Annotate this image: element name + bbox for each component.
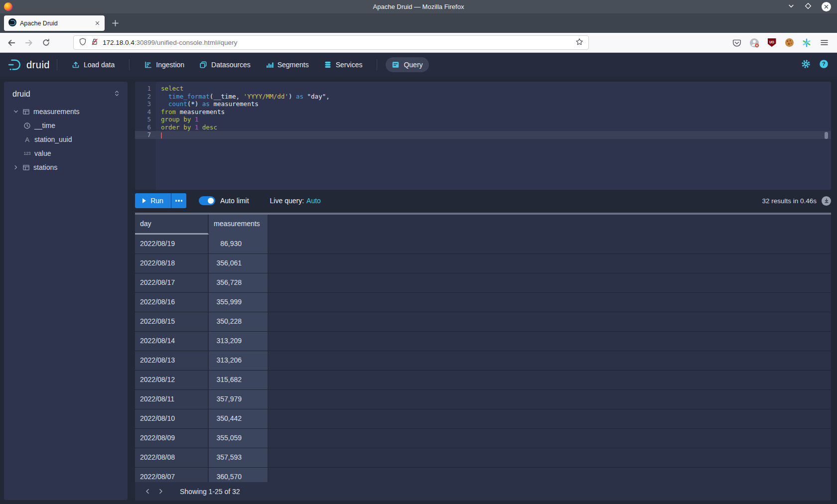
cell-measurements[interactable]: 313,209 xyxy=(209,332,269,351)
cell-measurements[interactable]: 315,682 xyxy=(209,371,269,389)
cell-day[interactable]: 2022/08/11 xyxy=(135,390,209,409)
menu-icon[interactable] xyxy=(819,38,829,48)
table-row[interactable]: 2022/08/11357,979 xyxy=(135,390,831,409)
cell-measurements[interactable]: 350,228 xyxy=(209,312,269,331)
editor-line-5[interactable]: 5group by 1 xyxy=(135,116,831,124)
cell-day[interactable]: 2022/08/12 xyxy=(135,371,209,389)
url-bar[interactable]: 172.18.0.4:30899/unified-console.html#qu… xyxy=(73,35,589,50)
window-maximize-icon[interactable] xyxy=(805,2,812,11)
table-row[interactable]: 2022/08/16355,999 xyxy=(135,293,831,312)
account-blocked-extension-icon[interactable] xyxy=(749,38,759,48)
editor-line-4[interactable]: 4from measurements xyxy=(135,108,831,116)
nav-item-services[interactable]: Services xyxy=(318,57,369,72)
cell-day[interactable]: 2022/08/14 xyxy=(135,332,209,351)
nav-item-query[interactable]: Query xyxy=(386,57,428,72)
back-icon[interactable] xyxy=(7,38,16,47)
cell-measurements[interactable]: 350,442 xyxy=(209,409,269,428)
cell-measurements[interactable]: 356,728 xyxy=(209,273,269,292)
column-header-day[interactable]: day xyxy=(135,215,209,235)
editor-scrollbar-thumb[interactable] xyxy=(825,132,828,139)
schema-name[interactable]: druid xyxy=(12,90,30,99)
editor-line-2[interactable]: 2 time_format(__time, 'YYYY/MM/dd') as "… xyxy=(135,93,831,101)
table-row[interactable]: 2022/08/10350,442 xyxy=(135,409,831,429)
cell-day[interactable]: 2022/08/09 xyxy=(135,429,209,448)
cell-day[interactable]: 2022/08/10 xyxy=(135,409,209,428)
nav-divider xyxy=(57,59,57,70)
chevron-down-icon[interactable] xyxy=(13,109,19,115)
new-tab-button[interactable] xyxy=(112,19,119,27)
live-query-label: Live query: xyxy=(270,197,304,205)
table-row[interactable]: 2022/08/14313,209 xyxy=(135,332,831,351)
tracking-shield-icon[interactable] xyxy=(79,38,87,48)
editor-line-1[interactable]: 1select xyxy=(135,85,831,93)
nav-item-datasources[interactable]: Datasources xyxy=(193,57,257,72)
download-results-icon[interactable] xyxy=(822,196,831,206)
live-query-value[interactable]: Auto xyxy=(306,197,321,205)
cell-day[interactable]: 2022/08/18 xyxy=(135,254,209,273)
bookmark-star-icon[interactable] xyxy=(575,38,583,48)
table-row[interactable]: 2022/08/08357,593 xyxy=(135,448,831,468)
tree-item-value[interactable]: 123value xyxy=(4,146,128,160)
tree-item---time[interactable]: __time xyxy=(4,119,128,132)
cell-day[interactable]: 2022/08/07 xyxy=(135,468,209,482)
table-row[interactable]: 2022/08/09355,059 xyxy=(135,429,831,448)
cell-measurements[interactable]: 313,206 xyxy=(209,351,269,370)
cell-measurements[interactable]: 357,979 xyxy=(209,390,269,409)
table-icon xyxy=(22,108,30,116)
editor-line-6[interactable]: 6order by 1 desc xyxy=(135,124,831,131)
cell-measurements[interactable]: 357,593 xyxy=(209,448,269,467)
tree-item-measurements[interactable]: measurements xyxy=(4,105,128,119)
window-minimize-icon[interactable] xyxy=(788,2,795,11)
insecure-lock-icon[interactable] xyxy=(91,38,99,48)
tab-title: Apache Druid xyxy=(20,20,91,27)
cell-measurements[interactable]: 355,059 xyxy=(209,429,269,448)
cell-measurements[interactable]: 356,061 xyxy=(209,254,269,273)
next-page-icon[interactable] xyxy=(154,485,167,498)
cell-day[interactable]: 2022/08/15 xyxy=(135,312,209,331)
editor-line-3[interactable]: 3 count(*) as measurements xyxy=(135,100,831,108)
settings-gear-icon[interactable] xyxy=(801,59,811,71)
cell-day[interactable]: 2022/08/19 xyxy=(135,235,209,253)
tree-item-stations[interactable]: stations xyxy=(4,160,128,174)
druid-logo[interactable]: druid xyxy=(7,58,50,71)
browser-tab[interactable]: Apache Druid xyxy=(4,15,105,31)
table-row[interactable]: 2022/08/17356,728 xyxy=(135,273,831,293)
cell-day[interactable]: 2022/08/16 xyxy=(135,293,209,312)
help-icon[interactable]: ? xyxy=(819,59,829,71)
cell-day[interactable]: 2022/08/08 xyxy=(135,448,209,467)
reload-icon[interactable] xyxy=(42,38,50,47)
nav-item-ingestion[interactable]: Ingestion xyxy=(138,57,190,72)
results-footer: Showing 1-25 of 32 xyxy=(135,482,831,501)
column-header-measurements[interactable]: measurements xyxy=(209,215,269,235)
cookie-extension-icon[interactable] xyxy=(784,38,794,48)
schema-select-caret-icon[interactable] xyxy=(114,90,120,99)
table-row[interactable]: 2022/08/15350,228 xyxy=(135,312,831,332)
table-row[interactable]: 2022/08/13313,206 xyxy=(135,351,831,371)
table-row[interactable]: 2022/08/12315,682 xyxy=(135,371,831,390)
forward-icon[interactable] xyxy=(24,38,33,47)
tab-close-icon[interactable] xyxy=(95,19,100,28)
asterisk-extension-icon[interactable] xyxy=(802,38,812,48)
cell-measurements[interactable]: 86,930 xyxy=(209,235,269,253)
ublock-origin-icon[interactable]: UO xyxy=(767,38,777,48)
upload-icon xyxy=(72,61,80,69)
auto-limit-toggle[interactable] xyxy=(199,196,215,205)
cell-day[interactable]: 2022/08/17 xyxy=(135,273,209,292)
table-row[interactable]: 2022/08/07360,570 xyxy=(135,468,831,482)
window-close-icon[interactable] xyxy=(822,2,831,11)
run-button[interactable]: Run xyxy=(135,193,171,208)
cell-day[interactable]: 2022/08/13 xyxy=(135,351,209,370)
pocket-icon[interactable] xyxy=(732,38,742,48)
table-row[interactable]: 2022/08/18356,061 xyxy=(135,254,831,273)
table-row[interactable]: 2022/08/1986,930 xyxy=(135,235,831,254)
chevron-right-icon[interactable] xyxy=(13,164,19,170)
sql-editor[interactable]: 1select2 time_format(__time, 'YYYY/MM/dd… xyxy=(135,82,831,190)
run-more-options-button[interactable] xyxy=(171,193,186,208)
prev-page-icon[interactable] xyxy=(141,485,154,498)
tree-item-station-uuid[interactable]: Astation_uuid xyxy=(4,132,128,146)
editor-line-7[interactable]: 7 xyxy=(135,131,831,139)
cell-measurements[interactable]: 355,999 xyxy=(209,293,269,312)
nav-item-segments[interactable]: Segments xyxy=(260,57,315,72)
cell-measurements[interactable]: 360,570 xyxy=(209,468,269,482)
nav-item-load-data[interactable]: Load data xyxy=(66,57,121,72)
